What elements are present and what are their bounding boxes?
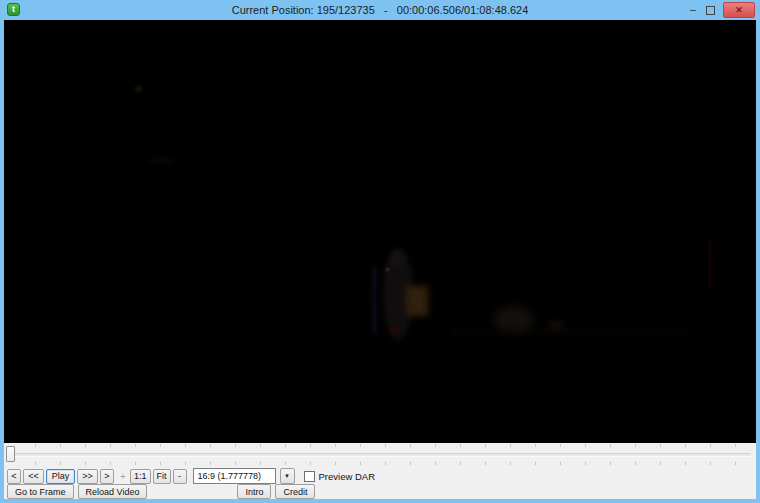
slider-tick [610, 444, 611, 447]
seek-forward-button[interactable]: >> [77, 469, 98, 484]
slider-tick [710, 462, 711, 465]
video-blob [391, 326, 399, 333]
slider-tick [185, 462, 186, 465]
close-button[interactable]: ✕ [723, 2, 755, 18]
slider-tick [410, 444, 411, 447]
slider-tick [510, 444, 511, 447]
slider-tick [735, 444, 736, 447]
slider-tick [435, 444, 436, 447]
maximize-icon [706, 6, 715, 15]
slider-tick [310, 462, 311, 465]
slider-tick [260, 444, 261, 447]
slider-tick [385, 462, 386, 465]
slider-tick [110, 462, 111, 465]
slider-tick [585, 444, 586, 447]
slider-tick [110, 444, 111, 447]
transport-row: < << Play >> > + 1:1 Fit - 16:9 (1.77777… [7, 468, 375, 484]
slider-tick [60, 462, 61, 465]
slider-tick [610, 462, 611, 465]
video-blob [391, 250, 405, 268]
slider-tick [560, 462, 561, 465]
slider-tick [335, 444, 336, 447]
zoom-in-button: + [117, 469, 129, 484]
video-blob [709, 240, 711, 288]
seek-back-button[interactable]: << [23, 469, 44, 484]
slider-tick [135, 444, 136, 447]
actions-row: Go to Frame Reload Video Intro Credit [7, 484, 319, 499]
reload-video-button[interactable]: Reload Video [78, 484, 148, 499]
slider-tick [260, 462, 261, 465]
slider-tick [160, 444, 161, 447]
slider-tick [235, 444, 236, 447]
slider-tick [360, 444, 361, 447]
slider-track[interactable] [6, 453, 751, 457]
chevron-down-icon: ▼ [284, 473, 290, 479]
slider-tick [735, 462, 736, 465]
slider-tick [460, 462, 461, 465]
preview-dar-checkbox[interactable] [304, 471, 315, 482]
video-blob [386, 268, 389, 271]
titlebar[interactable]: t Current Position: 195/123735 - 00:00:0… [0, 0, 760, 20]
fit-button[interactable]: Fit [153, 469, 171, 484]
step-forward-button[interactable]: > [100, 469, 114, 484]
slider-tick [585, 462, 586, 465]
slider-tick [635, 462, 636, 465]
slider-tick [85, 462, 86, 465]
seek-slider[interactable] [4, 443, 756, 466]
slider-tick [635, 444, 636, 447]
slider-tick [210, 462, 211, 465]
aspect-ratio-dropdown-button[interactable]: ▼ [280, 468, 295, 484]
zoom-out-button[interactable]: - [173, 469, 187, 484]
go-to-frame-button[interactable]: Go to Frame [7, 484, 74, 499]
credit-button[interactable]: Credit [275, 484, 315, 499]
slider-tick [35, 444, 36, 447]
slider-tick [560, 444, 561, 447]
preview-dar-label: Preview DAR [319, 471, 376, 482]
maximize-button[interactable] [701, 3, 719, 17]
slider-tick [210, 444, 211, 447]
video-display [4, 20, 756, 443]
slider-tick [485, 462, 486, 465]
play-button[interactable]: Play [46, 469, 75, 484]
slider-tick [535, 444, 536, 447]
slider-tick [510, 462, 511, 465]
slider-tick [85, 444, 86, 447]
slider-tick [235, 462, 236, 465]
slider-tick [135, 462, 136, 465]
aspect-ratio-select[interactable]: 16:9 (1.777778) [193, 468, 276, 484]
slider-tick [310, 444, 311, 447]
slider-tick [160, 462, 161, 465]
slider-tick [35, 462, 36, 465]
slider-tick [60, 444, 61, 447]
video-blob [372, 266, 377, 334]
slider-tick [460, 444, 461, 447]
video-blob [450, 330, 690, 333]
video-blob [406, 286, 428, 316]
slider-tick [685, 444, 686, 447]
slider-tick [385, 444, 386, 447]
slider-tick [660, 444, 661, 447]
slider-tick [185, 444, 186, 447]
intro-button[interactable]: Intro [237, 484, 271, 499]
preview-dar-control[interactable]: Preview DAR [304, 471, 376, 482]
step-back-button[interactable]: < [7, 469, 21, 484]
slider-tick [335, 462, 336, 465]
slider-tick [535, 462, 536, 465]
actual-size-button[interactable]: 1:1 [130, 469, 151, 484]
slider-tick [710, 444, 711, 447]
slider-tick [435, 462, 436, 465]
slider-tick [660, 462, 661, 465]
slider-tick [485, 444, 486, 447]
video-blob [135, 86, 142, 92]
slider-tick [685, 462, 686, 465]
slider-tick [410, 462, 411, 465]
window-title: Current Position: 195/123735 - 00:00:06.… [0, 0, 760, 20]
app-window: t Current Position: 195/123735 - 00:00:0… [0, 0, 760, 503]
slider-tick [360, 462, 361, 465]
controls-panel: < << Play >> > + 1:1 Fit - 16:9 (1.77777… [4, 443, 756, 499]
slider-tick [285, 444, 286, 447]
slider-thumb[interactable] [6, 446, 15, 462]
video-blob [148, 158, 174, 163]
minimize-button[interactable]: – [685, 3, 701, 17]
slider-tick [285, 462, 286, 465]
